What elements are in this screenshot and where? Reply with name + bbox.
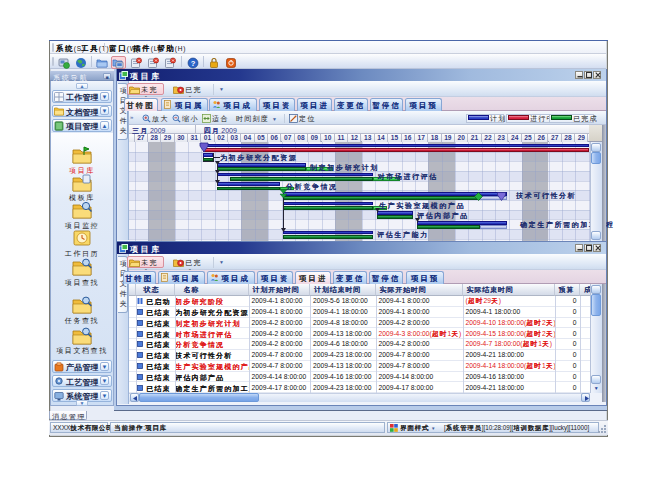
svg-text:?: ?	[190, 58, 195, 67]
